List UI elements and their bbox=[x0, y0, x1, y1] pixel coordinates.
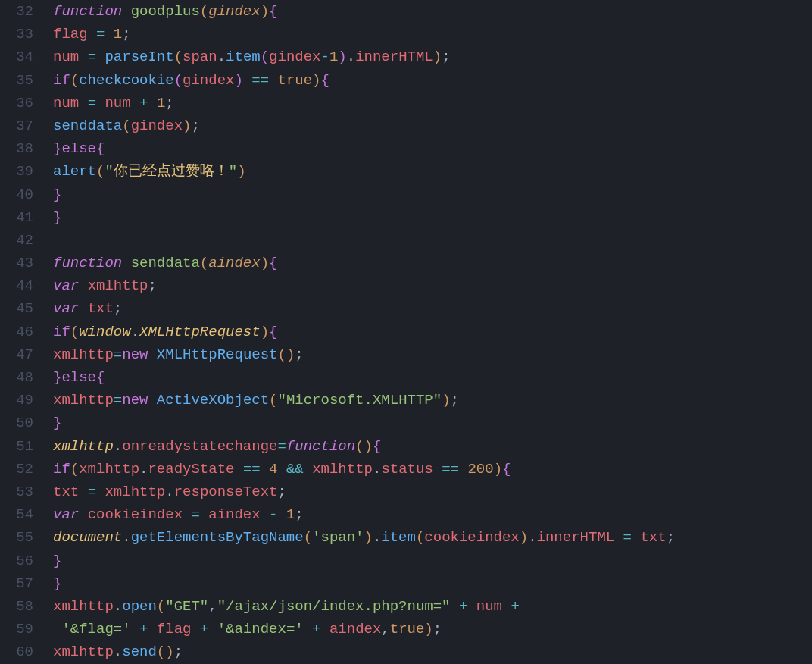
token bbox=[208, 621, 217, 637]
code-line[interactable]: var xmlhttp; bbox=[53, 274, 812, 297]
code-line[interactable]: num = parseInt(span.item(gindex-1).inner… bbox=[53, 45, 812, 68]
token: ( bbox=[278, 346, 286, 363]
line-number: 57 bbox=[0, 572, 33, 595]
token: readyState bbox=[148, 461, 234, 478]
token bbox=[278, 461, 286, 478]
token: + bbox=[139, 95, 148, 111]
token: " bbox=[229, 163, 237, 180]
code-line[interactable]: txt = xmlhttp.responseText; bbox=[53, 481, 812, 503]
code-line[interactable]: function goodplus(gindex){ bbox=[53, 0, 812, 23]
token: cookieindex bbox=[424, 529, 519, 546]
token: = bbox=[88, 484, 96, 500]
code-line[interactable]: }else{ bbox=[53, 366, 812, 389]
token: 200 bbox=[467, 461, 493, 478]
token bbox=[234, 461, 242, 478]
token: '&aindex=' bbox=[217, 621, 304, 637]
token bbox=[53, 621, 61, 637]
token: + bbox=[312, 621, 320, 637]
line-number: 34 bbox=[0, 45, 33, 68]
token: , bbox=[208, 598, 217, 615]
code-line[interactable]: if(window.XMLHttpRequest){ bbox=[53, 321, 812, 343]
token: = bbox=[114, 346, 122, 363]
token: "GET" bbox=[165, 598, 208, 615]
line-number: 43 bbox=[0, 252, 33, 274]
token: gindex bbox=[208, 3, 260, 20]
line-number: 37 bbox=[0, 114, 33, 137]
code-line[interactable]: if(xmlhttp.readyState == 4 && xmlhttp.st… bbox=[53, 458, 812, 481]
code-line[interactable]: }else{ bbox=[53, 137, 812, 160]
token bbox=[321, 621, 329, 637]
token: ; bbox=[174, 644, 183, 660]
code-line[interactable]: xmlhttp=new XMLHttpRequest(); bbox=[53, 343, 812, 366]
token: { bbox=[321, 72, 329, 89]
token bbox=[459, 461, 467, 478]
code-area[interactable]: function goodplus(gindex){flag = 1;num =… bbox=[45, 0, 812, 664]
line-number: 32 bbox=[0, 0, 33, 23]
code-line[interactable]: flag = 1; bbox=[53, 23, 812, 45]
token: xmlhttp bbox=[312, 461, 373, 478]
token: { bbox=[269, 3, 277, 20]
code-line[interactable]: var cookieindex = aindex - 1; bbox=[53, 503, 812, 526]
token: ) bbox=[364, 438, 373, 455]
token: ; bbox=[451, 392, 459, 409]
code-line[interactable]: } bbox=[53, 572, 812, 595]
code-line[interactable] bbox=[53, 229, 812, 252]
code-line[interactable]: '&flag=' + flag + '&aindex=' + aindex,tr… bbox=[53, 618, 812, 641]
token bbox=[122, 3, 130, 20]
token: xmlhttp bbox=[88, 277, 148, 294]
token: span bbox=[183, 49, 217, 65]
code-line[interactable]: } bbox=[53, 206, 812, 229]
token: '&flag=' bbox=[61, 621, 130, 637]
code-line[interactable]: xmlhttp.onreadystatechange=function(){ bbox=[53, 435, 812, 458]
token: aindex bbox=[329, 621, 381, 637]
token: item bbox=[226, 49, 261, 65]
code-line[interactable]: xmlhttp.open("GET","/ajax/json/index.php… bbox=[53, 595, 812, 618]
line-number: 38 bbox=[0, 137, 33, 160]
code-line[interactable]: function senddata(aindex){ bbox=[53, 252, 812, 274]
code-line[interactable]: document.getElementsByTagName('span').it… bbox=[53, 526, 812, 549]
token bbox=[614, 529, 623, 546]
token: ( bbox=[416, 529, 424, 546]
token bbox=[261, 461, 269, 478]
code-line[interactable]: } bbox=[53, 550, 812, 572]
token: else bbox=[61, 140, 96, 157]
token: var bbox=[53, 300, 79, 317]
token: ) bbox=[364, 529, 373, 546]
token: "/ajax/json/index.php?num=" bbox=[217, 598, 451, 615]
code-line[interactable]: alert("你已经点过赞咯！") bbox=[53, 160, 812, 183]
code-editor[interactable]: 3233343536373839404142434445464748495051… bbox=[0, 0, 812, 664]
token: = bbox=[88, 95, 96, 111]
token: ) bbox=[237, 163, 245, 180]
token: ) bbox=[286, 346, 295, 363]
code-line[interactable]: senddata(gindex); bbox=[53, 114, 812, 137]
token bbox=[278, 506, 286, 523]
token: 你已经点过赞咯！ bbox=[114, 163, 229, 180]
code-line[interactable]: xmlhttp.send(); bbox=[53, 641, 812, 663]
token: ( bbox=[70, 72, 79, 89]
token: responseText bbox=[174, 484, 278, 500]
token: ) bbox=[261, 255, 269, 271]
token: window bbox=[79, 324, 130, 340]
line-number: 51 bbox=[0, 435, 33, 458]
token bbox=[79, 484, 87, 500]
token: && bbox=[286, 461, 304, 478]
token bbox=[79, 49, 87, 65]
token: . bbox=[347, 49, 355, 65]
code-line[interactable]: xmlhttp=new ActiveXObject("Microsoft.XML… bbox=[53, 389, 812, 412]
token: = bbox=[88, 49, 96, 65]
code-line[interactable]: if(checkcookie(gindex) == true){ bbox=[53, 69, 812, 92]
token: ; bbox=[667, 529, 675, 546]
token: } bbox=[53, 369, 61, 386]
token: } bbox=[53, 575, 61, 592]
line-number: 36 bbox=[0, 92, 33, 114]
token: = bbox=[96, 26, 105, 42]
code-line[interactable]: } bbox=[53, 183, 812, 206]
code-line[interactable]: var txt; bbox=[53, 297, 812, 320]
token bbox=[79, 277, 87, 294]
code-line[interactable]: } bbox=[53, 412, 812, 434]
line-number: 56 bbox=[0, 550, 33, 572]
token: XMLHttpRequest bbox=[157, 346, 278, 363]
token: 1 bbox=[157, 95, 165, 111]
code-line[interactable]: num = num + 1; bbox=[53, 92, 812, 114]
token: senddata bbox=[131, 255, 200, 271]
